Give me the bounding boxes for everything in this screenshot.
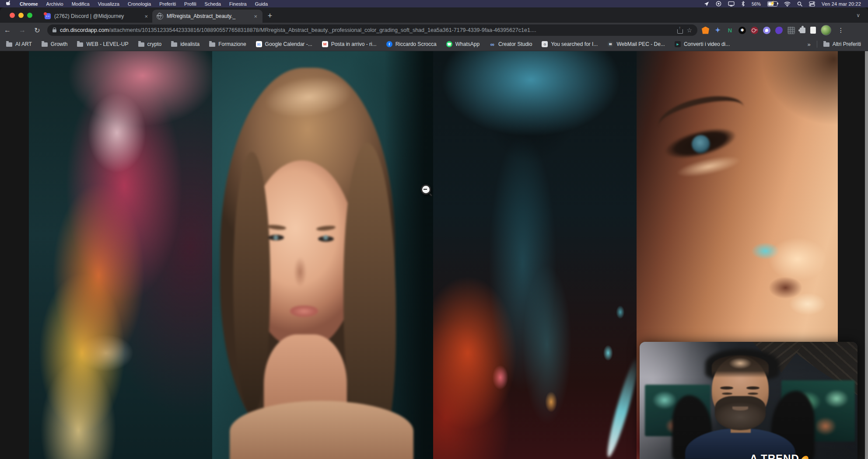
menu-item-app[interactable]: Chrome — [20, 1, 38, 7]
bookmark-folder-web-level-up[interactable]: WEB - LEVEL-UP — [77, 41, 128, 47]
bookmark-label: AI ART — [15, 41, 32, 47]
bookmark-label: Altri Preferiti — [833, 41, 861, 47]
chrome-tab-strip: (2762) Discord | @Midjourney × MRregista… — [0, 7, 868, 23]
bookmark-folder-formazione[interactable]: Formazione — [209, 41, 246, 47]
discord-favicon — [45, 13, 51, 19]
zoom-out-cursor — [421, 184, 431, 195]
bookmark-google-calendar[interactable]: 31Google Calendar -... — [256, 41, 312, 47]
password-key-extension-icon[interactable] — [751, 27, 758, 34]
bookmark-star-icon[interactable]: ☆ — [686, 27, 692, 34]
black-circle-extension-icon[interactable]: ✱ — [738, 27, 746, 34]
purple-blob-extension-icon[interactable] — [775, 27, 783, 34]
bookmark-label: Posta in arrivo - ri... — [331, 41, 377, 47]
back-button[interactable]: ← — [0, 26, 15, 34]
bookmark-label: Google Calendar -... — [265, 41, 312, 47]
bookmark-creator-studio[interactable]: ∞Creator Studio — [489, 41, 532, 47]
new-tab-button[interactable]: + — [264, 11, 276, 21]
wifi-icon[interactable] — [784, 1, 791, 7]
url-domain: cdn.discordapp.com — [60, 27, 109, 33]
location-arrow-icon[interactable] — [704, 1, 709, 7]
reload-button[interactable]: ↻ — [30, 26, 45, 35]
other-bookmarks-folder[interactable]: Altri Preferiti — [823, 41, 861, 47]
folder-icon — [823, 42, 830, 47]
tab-search-chevron-icon[interactable]: ∨ — [856, 12, 860, 18]
menu-item-archivio[interactable]: Archivio — [46, 1, 63, 7]
bookmark-label: Creator Studio — [498, 41, 532, 47]
desktop-screen: Chrome Archivio Modifica Visualizza Cron… — [0, 0, 868, 459]
page-scrollbar[interactable] — [865, 51, 868, 459]
folder-icon — [171, 42, 177, 47]
bookmark-video-converter[interactable]: ▸Converti i video di... — [675, 41, 730, 47]
extensions-puzzle-icon[interactable] — [800, 28, 805, 33]
bookmark-webmail-pec[interactable]: ✉WebMail PEC - De... — [607, 41, 665, 47]
bookmark-label: Converti i video di... — [684, 41, 730, 47]
bookmark-search-result[interactable]: GYou searched for I... — [542, 41, 598, 47]
display-mirroring-icon[interactable] — [728, 1, 735, 7]
gmail-icon: M — [322, 41, 328, 47]
whatsapp-icon: ☎ — [446, 41, 452, 47]
meta-icon: ∞ — [489, 41, 495, 47]
notion-extension-icon[interactable]: N — [726, 27, 734, 34]
page-url: cdn.discordapp.com /attachments/10135123… — [60, 27, 674, 33]
window-controls — [10, 13, 32, 18]
close-tab-icon[interactable]: × — [253, 13, 258, 20]
menu-item-profili[interactable]: Profili — [184, 1, 196, 7]
battery-charging-icon: ⚡ — [767, 1, 777, 7]
fullscreen-window-button[interactable] — [27, 13, 32, 18]
chrome-menu-icon[interactable]: ⋮ — [838, 27, 844, 34]
bookmarks-overflow-chevron[interactable]: » — [807, 41, 810, 48]
menu-item-finestra[interactable]: Finestra — [229, 1, 247, 7]
tab-title: MRregista_Abstract_beauty._ — [167, 13, 249, 19]
bookmark-label: Growth — [51, 41, 68, 47]
bookmarks-bar-right: » Altri Preferiti — [807, 41, 868, 48]
bookmark-folder-idealista[interactable]: idealista — [171, 41, 200, 47]
tab-title: (2762) Discord | @Midjourney — [54, 13, 140, 19]
purple-circle-extension-icon[interactable] — [763, 27, 770, 34]
portrait-panel — [212, 51, 433, 459]
bluetooth-icon[interactable] — [741, 1, 745, 7]
grid-extension-icon[interactable] — [788, 27, 795, 34]
tab-image-active[interactable]: MRregista_Abstract_beauty._ × — [152, 10, 262, 23]
bookmark-folder-growth[interactable]: Growth — [42, 41, 68, 47]
tab-discord[interactable]: (2762) Discord | @Midjourney × — [40, 10, 153, 23]
spotlight-search-icon[interactable] — [797, 1, 802, 7]
menu-item-visualizza[interactable]: Visualizza — [98, 1, 119, 7]
notes-panel-icon[interactable] — [810, 27, 816, 34]
screen-record-icon[interactable] — [716, 1, 721, 7]
facebook-icon: f — [386, 41, 392, 47]
bookmark-folder-ai-art[interactable]: AI ART — [6, 41, 32, 47]
metamask-extension-icon[interactable] — [702, 27, 709, 34]
video-icon: ▸ — [675, 41, 681, 47]
menu-item-scheda[interactable]: Scheda — [205, 1, 221, 7]
profile-avatar[interactable] — [821, 25, 831, 35]
omnibox-address-bar[interactable]: cdn.discordapp.com /attachments/10135123… — [47, 24, 697, 36]
menu-item-guida[interactable]: Guida — [255, 1, 268, 7]
google-calendar-icon: 31 — [256, 41, 262, 47]
folder-icon — [42, 42, 48, 47]
bookmark-label: Formazione — [218, 41, 246, 47]
control-center-icon[interactable] — [809, 1, 815, 7]
bookmark-label: Riccardo Scrocca — [396, 41, 437, 47]
close-window-button[interactable] — [10, 13, 15, 18]
bookmark-folder-crypto[interactable]: crypto — [138, 41, 162, 47]
bookmark-facebook-profile[interactable]: fRiccardo Scrocca — [386, 41, 437, 47]
close-tab-icon[interactable]: × — [144, 13, 149, 20]
apple-menu-icon[interactable] — [6, 0, 11, 7]
share-icon[interactable] — [677, 29, 683, 34]
bookmarks-bar: AI ART Growth WEB - LEVEL-UP crypto idea… — [0, 38, 868, 51]
bookmark-whatsapp[interactable]: ☎WhatsApp — [446, 41, 480, 47]
folder-icon — [138, 42, 144, 47]
extensions-row: ✦ N ✱ ⋮ — [702, 25, 844, 35]
bookmark-label: idealista — [180, 41, 200, 47]
menu-item-preferiti[interactable]: Preferiti — [159, 1, 176, 7]
forward-button[interactable]: → — [15, 26, 30, 34]
minimize-window-button[interactable] — [18, 13, 24, 18]
bookmark-gmail-inbox[interactable]: MPosta in arrivo - ri... — [322, 41, 377, 47]
woman-portrait — [212, 51, 433, 459]
menu-bar-clock[interactable]: Ven 24 mar 20:22 — [822, 1, 861, 7]
blue-star-extension-icon[interactable]: ✦ — [714, 27, 721, 34]
menu-item-modifica[interactable]: Modifica — [72, 1, 90, 7]
folder-icon — [209, 42, 215, 47]
menu-item-cronologia[interactable]: Cronologia — [128, 1, 151, 7]
lock-icon[interactable] — [52, 29, 56, 32]
